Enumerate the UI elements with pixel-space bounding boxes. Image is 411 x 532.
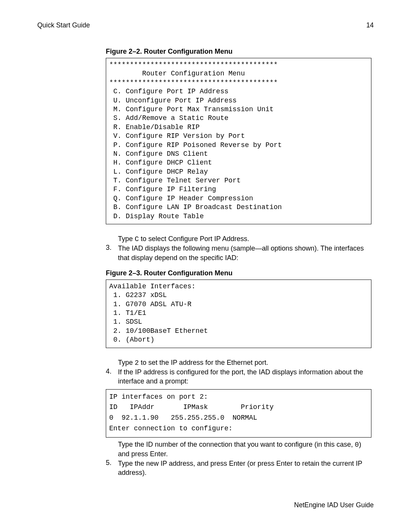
step-3-instruction: Type 2 to set the IP address for the Eth… bbox=[118, 358, 371, 367]
step-5: 5. Type the new IP address, and press En… bbox=[106, 459, 371, 478]
ip-interfaces-terminal: IP interfaces on port 2: ID IPAddr IPMas… bbox=[106, 389, 371, 438]
header-page-number: 14 bbox=[366, 21, 374, 29]
running-header: Quick Start Guide 14 bbox=[37, 21, 374, 29]
header-left: Quick Start Guide bbox=[37, 21, 90, 29]
step-3: 3. The IAD displays the following menu (… bbox=[106, 244, 371, 262]
step-number: 4. bbox=[106, 367, 112, 375]
figure-2-2-caption: Figure 2–2. Router Configuration Menu bbox=[106, 48, 371, 56]
step-2-instruction: Type C to select Configure Port IP Addre… bbox=[118, 234, 371, 244]
text-fragment: Type the ID number of the connection tha… bbox=[118, 441, 355, 448]
code-literal: 2 bbox=[135, 359, 139, 367]
figure-2-3-terminal: Available Interfaces: 1. G2237 xDSL 1. G… bbox=[106, 280, 371, 348]
step-number: 3. bbox=[106, 244, 112, 252]
figure-2-3-caption: Figure 2–3. Router Configuration Menu bbox=[106, 269, 371, 277]
step-number: 5. bbox=[106, 459, 112, 467]
text-fragment: to select Configure Port IP Address. bbox=[139, 235, 249, 243]
body-column: Figure 2–2. Router Configuration Menu **… bbox=[106, 48, 371, 477]
step-4-text: If the IP address is configured for the … bbox=[118, 367, 371, 386]
step-3-text: The IAD displays the following menu (sam… bbox=[118, 244, 371, 262]
step-4-instruction: Type the ID number of the connection tha… bbox=[118, 440, 371, 459]
footer-text: NetEngine IAD User Guide bbox=[294, 501, 374, 509]
code-literal: 0 bbox=[355, 441, 359, 449]
figure-2-2-terminal: ****************************************… bbox=[106, 58, 371, 224]
code-literal: C bbox=[135, 235, 139, 243]
text-fragment: Type bbox=[118, 235, 135, 243]
page: Quick Start Guide 14 Figure 2–2. Router … bbox=[0, 0, 411, 532]
step-5-text: Type the new IP address, and press Enter… bbox=[118, 459, 371, 478]
text-fragment: to set the IP address for the Ethernet p… bbox=[139, 359, 268, 366]
step-4: 4. If the IP address is configured for t… bbox=[106, 367, 371, 386]
text-fragment: Type bbox=[118, 359, 135, 366]
